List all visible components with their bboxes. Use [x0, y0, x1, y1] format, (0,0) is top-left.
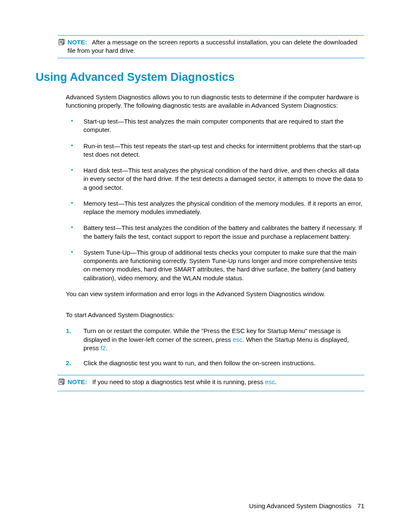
list-item: Memory test—This test analyzes the physi…: [66, 199, 364, 217]
note-text: NOTE: If you need to stop a diagnostics …: [68, 378, 364, 386]
note-post: .: [275, 378, 276, 385]
page-footer: Using Advanced System Diagnostics71: [249, 502, 364, 509]
bullet-list: Start-up test—This test analyzes the mai…: [66, 117, 364, 282]
list-item: Hard disk test—This test analyzes the ph…: [66, 166, 364, 192]
list-item: Battery test—This test analyzes the cond…: [66, 224, 364, 241]
note-text: NOTE: After a message on the screen repo…: [68, 38, 364, 55]
steps-list: 1. Turn on or restart the computer. Whil…: [66, 327, 364, 367]
intro-paragraph: Advanced System Diagnostics allows you t…: [66, 93, 364, 110]
step-number: 2.: [66, 359, 71, 367]
list-item: System Tune-Up—This group of additional …: [66, 248, 364, 282]
note-body: After a message on the screen reports a …: [68, 39, 357, 54]
step-number: 1.: [66, 327, 71, 335]
step-text-post: .: [106, 344, 107, 351]
key-f2: f2: [101, 344, 106, 351]
footer-title: Using Advanced System Diagnostics: [249, 502, 351, 509]
list-item: Run-in test—This test repeats the start-…: [66, 142, 364, 159]
start-paragraph: To start Advanced System Diagnostics:: [66, 311, 364, 319]
list-item: Start-up test—This test analyzes the mai…: [66, 117, 364, 134]
svg-rect-4: [59, 380, 64, 385]
note-label: NOTE:: [68, 378, 87, 385]
note-label: NOTE:: [68, 39, 87, 46]
note-box-top: NOTE: After a message on the screen repo…: [57, 35, 364, 58]
view-info-paragraph: You can view system information and erro…: [66, 290, 364, 298]
key-esc: esc: [233, 336, 242, 343]
note-pre: If you need to stop a diagnostics test w…: [92, 378, 265, 385]
step-text: Click the diagnostic test you want to ru…: [83, 359, 316, 367]
step-item: 2. Click the diagnostic test you want to…: [66, 359, 364, 367]
note-icon: [57, 378, 67, 388]
step-item: 1. Turn on or restart the computer. Whil…: [66, 327, 364, 352]
section-heading: Using Advanced System Diagnostics: [36, 71, 364, 84]
note-box-bottom: NOTE: If you need to stop a diagnostics …: [57, 375, 364, 391]
svg-rect-0: [59, 40, 64, 45]
page-number: 71: [357, 502, 364, 509]
note-icon: [57, 39, 67, 48]
key-esc: esc: [265, 378, 275, 385]
